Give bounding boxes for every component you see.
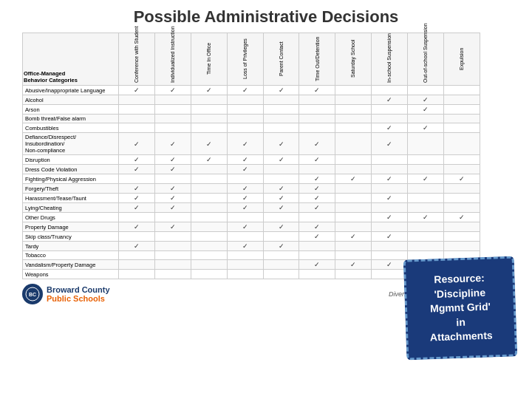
check-cell [227, 115, 263, 123]
table-container: Office-Managed Behavior Categories Confe… [22, 33, 517, 279]
check-cell [444, 115, 480, 123]
checkmark-icon: ✓ [170, 223, 176, 231]
check-cell: ✓ [263, 86, 299, 95]
table-row: Forgery/Theft✓✓✓✓✓ [23, 184, 480, 194]
check-cell [119, 270, 155, 279]
org-names: Broward County Public Schools [47, 285, 110, 303]
checkmark-icon: ✓ [386, 261, 392, 268]
check-cell: ✓ [299, 260, 335, 270]
check-cell [119, 123, 155, 133]
check-cell [191, 203, 227, 213]
footer-logo: BC Broward County Public Schools [22, 284, 110, 304]
check-cell [335, 222, 372, 232]
check-cell [191, 232, 227, 242]
check-cell [263, 123, 299, 133]
check-cell [191, 194, 227, 203]
table-row: Tardy✓✓✓ [23, 242, 480, 251]
decisions-table: Office-Managed Behavior Categories Confe… [22, 33, 480, 279]
check-cell [444, 165, 480, 174]
check-cell: ✓ [263, 242, 299, 251]
check-cell [191, 242, 227, 251]
checkmark-icon: ✓ [314, 194, 320, 202]
checkmark-icon: ✓ [386, 194, 392, 202]
check-cell [191, 260, 227, 270]
check-cell: ✓ [154, 194, 191, 203]
checkmark-icon: ✓ [350, 261, 356, 268]
check-cell [299, 213, 335, 222]
col-header-out-school: Out-of-school Suspension [408, 33, 444, 86]
check-cell: ✓ [299, 86, 335, 95]
check-cell [119, 174, 155, 184]
check-cell: ✓ [119, 165, 155, 174]
check-cell: ✓ [154, 203, 191, 213]
table-row: Disruption✓✓✓✓✓✓ [23, 155, 480, 165]
table-row: Alcohol✓✓ [23, 95, 480, 105]
resource-line5: Attachments [430, 330, 493, 344]
table-row: Property Damage✓✓✓✓✓ [23, 222, 480, 232]
check-cell [263, 165, 299, 174]
col-header-time-in-office: Time In Office [191, 33, 227, 86]
col-header-loss-privileges: Loss of Privileges [227, 33, 263, 86]
check-cell [154, 242, 191, 251]
checkmark-icon: ✓ [314, 175, 320, 183]
checkmark-icon: ✓ [170, 204, 176, 211]
check-cell [408, 194, 444, 203]
row-label: Tobacco [23, 251, 119, 260]
check-cell: ✓ [119, 203, 155, 213]
row-label: Weapons [23, 270, 119, 279]
check-cell [263, 270, 299, 279]
row-label: Forgery/Theft [23, 184, 119, 194]
resource-line3: Mgmnt Grid' [430, 301, 491, 315]
check-cell [372, 155, 408, 165]
check-cell [119, 260, 155, 270]
check-cell [191, 165, 227, 174]
check-cell [335, 213, 372, 222]
check-cell [444, 86, 480, 95]
checkmark-icon: ✓ [459, 175, 465, 183]
table-row: Harassment/Tease/Taunt✓✓✓✓✓✓ [23, 194, 480, 203]
row-label: Skip class/Truancy [23, 232, 119, 242]
checkmark-icon: ✓ [170, 194, 176, 202]
table-row: Bomb threat/False alarm [23, 115, 480, 123]
check-cell [335, 123, 372, 133]
check-cell [372, 105, 408, 115]
table-row: Combustibles✓✓ [23, 123, 480, 133]
check-cell: ✓ [154, 165, 191, 174]
check-cell: ✓ [227, 242, 263, 251]
check-cell: ✓ [335, 260, 372, 270]
table-header-row: Office-Managed Behavior Categories Confe… [23, 33, 480, 86]
checkmark-icon: ✓ [423, 214, 429, 221]
check-cell [227, 105, 263, 115]
org-sub: Public Schools [47, 294, 110, 303]
check-cell [372, 270, 408, 279]
check-cell: ✓ [227, 194, 263, 203]
check-cell [191, 123, 227, 133]
checkmark-icon: ✓ [170, 166, 176, 173]
check-cell: ✓ [227, 222, 263, 232]
check-cell: ✓ [408, 95, 444, 105]
checkmark-icon: ✓ [242, 185, 248, 192]
row-label: Vandalism/Property Damage [23, 260, 119, 270]
check-cell [408, 165, 444, 174]
check-cell: ✓ [299, 133, 335, 155]
checkmark-icon: ✓ [242, 156, 248, 163]
check-cell [444, 232, 480, 242]
check-cell [408, 115, 444, 123]
table-row: Fighting/Physical Aggression✓✓✓✓✓ [23, 174, 480, 184]
row-label: Combustibles [23, 123, 119, 133]
checkmark-icon: ✓ [314, 223, 320, 231]
check-cell [191, 213, 227, 222]
checkmark-icon: ✓ [386, 233, 392, 240]
check-cell: ✓ [119, 184, 155, 194]
checkmark-icon: ✓ [170, 140, 176, 148]
check-cell: ✓ [372, 123, 408, 133]
checkmark-icon: ✓ [242, 242, 248, 250]
row-label: Defiance/Disrespect/Insubordination/Non-… [23, 133, 119, 155]
check-cell [335, 86, 372, 95]
check-cell [154, 174, 191, 184]
checkmark-icon: ✓ [170, 86, 176, 94]
check-cell [191, 251, 227, 260]
check-cell [119, 232, 155, 242]
checkmark-icon: ✓ [242, 204, 248, 211]
checkmark-icon: ✓ [134, 204, 140, 211]
